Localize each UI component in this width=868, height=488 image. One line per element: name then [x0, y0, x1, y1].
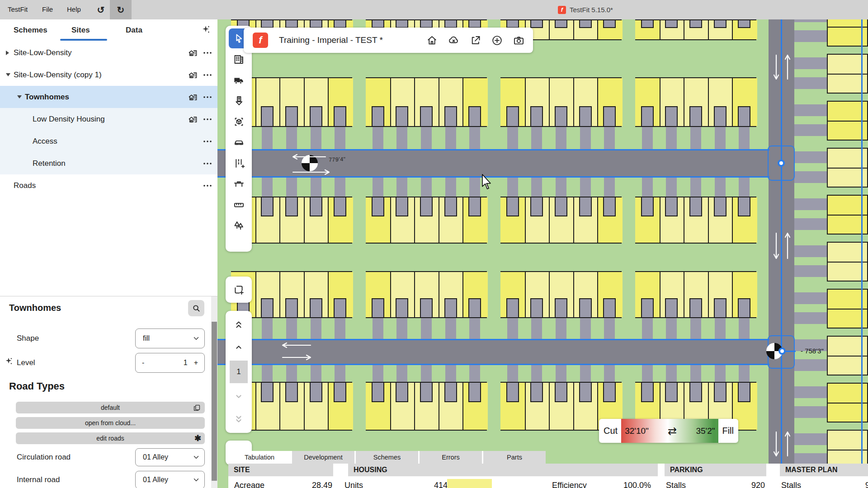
table-row: Units414 [344, 481, 448, 488]
more-options-icon[interactable] [202, 70, 213, 80]
roadtypes-button-edit-roads[interactable]: edit roads✱ [16, 432, 205, 444]
driveway-strip [642, 364, 653, 383]
collapse-arrow-icon[interactable] [17, 95, 22, 99]
row-actions [188, 114, 213, 125]
add-frame-button[interactable] [226, 277, 252, 303]
add-frame-icon [232, 283, 245, 296]
bottom-tab-errors[interactable]: Errors [420, 451, 482, 464]
bottom-tab-schemes[interactable]: Schemes [356, 451, 418, 464]
testfit-logo-icon: f [558, 6, 566, 14]
roadtypes-button-default[interactable]: default [16, 402, 205, 413]
sparkle-icon[interactable] [200, 24, 211, 35]
tool-cube-3d[interactable] [229, 112, 249, 131]
driveway-notch [689, 106, 702, 127]
house-building-icon[interactable] [188, 70, 198, 80]
driveway-notch [396, 197, 408, 216]
tab-sites[interactable]: Sites [71, 26, 90, 35]
tool-road-plus[interactable] [229, 153, 249, 173]
properties-scrollbar[interactable] [211, 296, 217, 488]
shape-dropdown[interactable]: fill [135, 328, 205, 348]
level-plus-button[interactable]: + [194, 359, 198, 367]
cursor-tool-icon [233, 33, 245, 45]
level-down-button[interactable] [226, 388, 251, 406]
sidebar-item-low-density-housing[interactable]: Low Density Housing [0, 108, 217, 130]
home-button[interactable] [423, 31, 441, 49]
tool-bridge[interactable] [229, 174, 249, 194]
road-row-dropdown-2[interactable]: 01 Alley [135, 471, 205, 488]
house-building-icon[interactable] [188, 114, 198, 125]
building-grid-icon [233, 53, 245, 66]
house-building-icon[interactable] [188, 92, 198, 103]
more-options-icon[interactable] [202, 136, 213, 147]
sidebar-item-townhomes[interactable]: Townhomes [0, 86, 217, 108]
driveway-strip [690, 364, 701, 383]
driveway-notch [603, 382, 616, 402]
redo-icon[interactable]: ↻ [110, 0, 132, 19]
scrollbar-thumb[interactable] [212, 322, 217, 481]
driveway-notch [334, 298, 346, 318]
driveway-strip [421, 317, 432, 340]
tool-car[interactable] [229, 132, 249, 152]
roadtypes-button-open-from-cloud-[interactable]: open from cloud... [16, 417, 205, 429]
tool-ruler[interactable] [229, 195, 249, 215]
tool-truck[interactable] [229, 70, 249, 90]
share-button[interactable] [466, 31, 484, 49]
tool-building-drop[interactable] [229, 91, 249, 111]
townhome-block [500, 271, 622, 318]
undo-icon[interactable]: ↺ [93, 0, 109, 19]
more-options-icon[interactable] [202, 158, 213, 169]
menu-file[interactable]: File [42, 5, 53, 13]
tool-trees[interactable] [229, 216, 249, 235]
bottom-tab-development[interactable]: Development [292, 451, 354, 464]
sidebar-item-retention[interactable]: Retention [0, 152, 217, 174]
sidebar-item-access[interactable]: Access [0, 130, 217, 152]
plan-canvas[interactable]: 779'4"- 758'3" f Training - Imperial - T… [217, 19, 868, 488]
more-options-icon[interactable] [202, 47, 213, 58]
level-bottom-button[interactable] [226, 410, 251, 428]
sidebar-item-site-low-density-copy-1-[interactable]: Site-Low-Density (copy 1) [0, 64, 217, 86]
road-centerline [781, 19, 782, 488]
color-swatch [447, 479, 492, 488]
driveway-notch [579, 197, 592, 216]
driveway-notch [334, 382, 346, 402]
more-options-icon[interactable] [202, 180, 213, 191]
more-options-icon[interactable] [202, 114, 213, 125]
driveway-notch [689, 298, 702, 318]
more-options-icon[interactable] [202, 92, 213, 103]
tab-data[interactable]: Data [126, 26, 142, 35]
driveway-notch [506, 197, 519, 216]
level-up-button[interactable] [226, 338, 251, 356]
driveway-strip [262, 126, 273, 150]
sidebar-item-site-low-density[interactable]: Site-Low-Density [0, 42, 217, 64]
search-icon [191, 303, 201, 313]
current-level-indicator[interactable]: 1 [230, 361, 248, 383]
level-minus-button[interactable]: - [142, 359, 144, 367]
plus-circle-button[interactable] [488, 31, 506, 49]
swap-arrows-icon: ⇄ [668, 425, 677, 437]
cloud-x-button[interactable] [444, 31, 462, 49]
search-button[interactable] [188, 300, 204, 316]
camera-button[interactable] [509, 31, 528, 49]
menu-help[interactable]: Help [67, 5, 81, 13]
driveway-notch [738, 197, 750, 216]
menu-testfit[interactable]: TestFit [8, 5, 28, 13]
expand-arrow-icon[interactable] [6, 51, 9, 55]
sidebar-item-roads[interactable]: Roads [0, 174, 217, 197]
house-building-icon[interactable] [188, 47, 198, 58]
road-row-dropdown-1[interactable]: 01 Alley [135, 448, 205, 466]
row-actions [188, 47, 213, 58]
level-top-button[interactable] [226, 315, 251, 333]
driveway-strip [373, 364, 383, 383]
driveway-strip [396, 317, 407, 340]
road-node-dot[interactable] [778, 347, 786, 355]
driveway-strip [335, 177, 345, 197]
bottom-tab-parts[interactable]: Parts [483, 451, 546, 464]
driveway-notch [530, 382, 543, 402]
tab-schemes[interactable]: Schemes [14, 26, 47, 35]
collapse-arrow-icon[interactable] [6, 73, 10, 76]
road-node-dot[interactable] [778, 160, 785, 167]
driveway-notch [261, 106, 274, 127]
ai-sparkle-icon[interactable] [200, 24, 211, 35]
driveway-strip [794, 151, 828, 163]
bottom-tab-tabulation[interactable]: Tabulation [228, 451, 291, 464]
